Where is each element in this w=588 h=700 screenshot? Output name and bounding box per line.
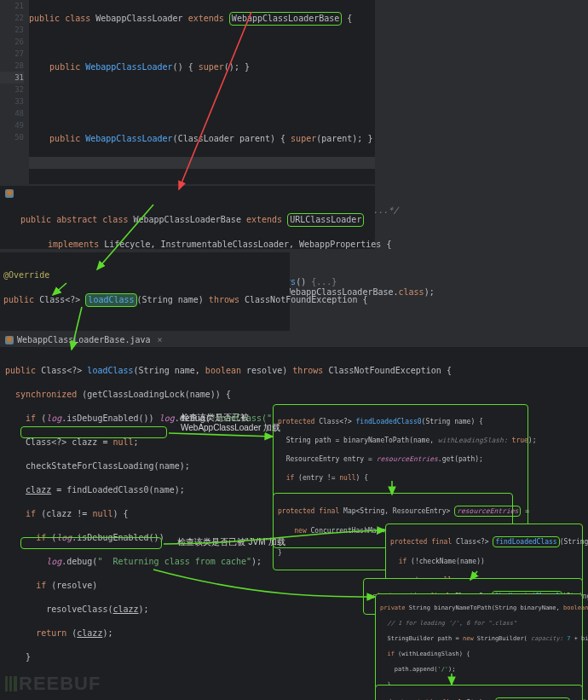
editor-pane-1: 212223 262728 31 3233 484950 public clas… xyxy=(0,0,375,184)
java-file-icon xyxy=(5,336,14,344)
annotation-text-1: 检查该类是否已被 WebAppClassLoader 加载 xyxy=(181,413,280,433)
java-file-icon xyxy=(5,189,14,198)
code-line[interactable]: public Class<?> loadClass(String name) t… xyxy=(3,293,290,307)
editor-tab-bar[interactable]: WebappClassLoaderBase.java × xyxy=(0,333,588,348)
code-line[interactable]: public WebappClassLoader(ClassLoader par… xyxy=(29,133,375,145)
code-line[interactable]: public Class<?> loadClass(String name, b… xyxy=(5,365,588,377)
tab-filename[interactable]: WebappClassLoaderBase.java xyxy=(17,335,151,344)
code-line[interactable]: public class WebappClassLoader extends W… xyxy=(29,12,375,26)
code-line[interactable]: implements Lifecycle, InstrumentableClas… xyxy=(3,239,375,251)
code-popup-6[interactable]: private static final String CLASS_FILE_S… xyxy=(375,685,583,700)
code-line[interactable]: synchronized (getClassLoadingLock(name))… xyxy=(5,389,588,401)
code-line[interactable]: @Override xyxy=(3,264,290,281)
close-icon[interactable]: × xyxy=(158,335,163,344)
watermark: REEBUF xyxy=(5,673,101,695)
annotation-text-2: 检查该类是否已被"JVM"加载 xyxy=(177,537,285,547)
editor-pane-3: @Override public Class<?> loadClass(Stri… xyxy=(0,252,290,331)
editor-pane-2: public abstract class WebappClassLoaderB… xyxy=(0,186,375,249)
line-gutter: 212223 262728 31 3233 484950 xyxy=(0,0,29,184)
code-line[interactable]: public abstract class WebappClassLoaderB… xyxy=(3,210,375,227)
code-line[interactable]: public WebappClassLoader() { super(); } xyxy=(29,61,375,73)
